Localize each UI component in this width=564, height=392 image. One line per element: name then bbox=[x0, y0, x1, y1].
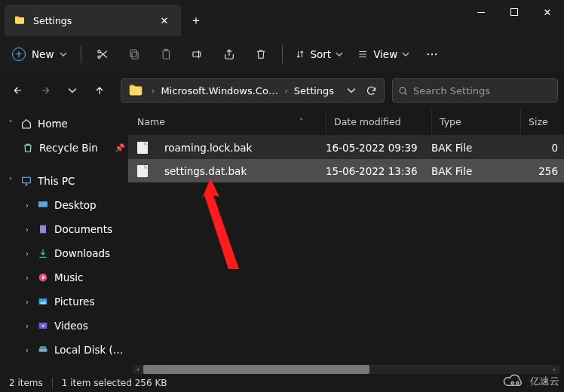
sidebar-item-label: Home bbox=[38, 118, 125, 130]
plus-icon: + bbox=[12, 47, 26, 61]
sidebar-item-pictures[interactable]: › Pictures bbox=[0, 289, 128, 314]
chevron-right-icon[interactable]: › bbox=[280, 86, 292, 96]
svg-rect-17 bbox=[39, 349, 48, 352]
sidebar-item-home[interactable]: ˅ Home bbox=[0, 112, 128, 136]
chevron-right-icon[interactable]: › bbox=[147, 86, 159, 96]
chevron-down-icon bbox=[402, 51, 409, 58]
column-header-size[interactable]: Size bbox=[520, 109, 558, 135]
chevron-right-icon: › bbox=[23, 322, 32, 330]
new-tab-button[interactable]: ＋ bbox=[181, 5, 211, 36]
column-header-type[interactable]: Type bbox=[431, 109, 520, 135]
refresh-button[interactable] bbox=[361, 78, 381, 103]
chevron-down-icon: ˅ bbox=[6, 177, 15, 185]
chevron-down-icon bbox=[347, 86, 356, 95]
chevron-right-icon: › bbox=[23, 225, 32, 234]
scroll-left-icon[interactable]: ‹ bbox=[133, 366, 143, 373]
tab-title: Settings bbox=[33, 15, 157, 26]
more-button[interactable] bbox=[417, 39, 447, 69]
search-input[interactable] bbox=[413, 85, 553, 96]
file-name: roaming.lock.bak bbox=[164, 142, 252, 154]
file-type: BAK File bbox=[431, 142, 472, 154]
refresh-icon bbox=[366, 85, 377, 96]
svg-rect-3 bbox=[130, 50, 136, 57]
sort-dropdown[interactable]: Sort bbox=[289, 48, 349, 60]
share-button[interactable] bbox=[214, 39, 244, 69]
paste-button[interactable] bbox=[151, 39, 181, 69]
status-selection: 1 item selected 256 KB bbox=[62, 378, 167, 388]
arrow-left-icon bbox=[12, 84, 24, 96]
chevron-down-icon: ˅ bbox=[6, 120, 15, 128]
column-label: Type bbox=[440, 116, 461, 127]
sidebar-item-label: Documents bbox=[54, 223, 125, 235]
share-icon bbox=[222, 47, 236, 61]
window-tab[interactable]: Settings ✕ bbox=[5, 5, 181, 36]
search-icon bbox=[397, 85, 409, 96]
cut-button[interactable] bbox=[87, 39, 118, 69]
column-label: Date modified bbox=[334, 116, 401, 127]
new-button-label: New bbox=[32, 48, 54, 60]
scroll-right-icon[interactable]: › bbox=[549, 366, 559, 373]
recent-dropdown[interactable] bbox=[60, 78, 84, 103]
sidebar-item-downloads[interactable]: › Downloads bbox=[0, 241, 128, 265]
chevron-down-icon bbox=[60, 51, 67, 58]
sidebar-item-label: This PC bbox=[38, 175, 125, 187]
svg-rect-12 bbox=[38, 201, 48, 207]
chevron-down-icon bbox=[68, 86, 77, 95]
file-icon bbox=[137, 142, 148, 154]
svg-rect-6 bbox=[193, 52, 201, 57]
sidebar-item-this-pc[interactable]: ˅ This PC bbox=[0, 169, 128, 193]
window-close-button[interactable]: ✕ bbox=[531, 0, 564, 24]
svg-rect-13 bbox=[40, 225, 46, 234]
address-dropdown[interactable] bbox=[342, 78, 361, 103]
up-button[interactable] bbox=[87, 78, 112, 103]
file-row[interactable]: settings.dat.bak 15-06-2022 13:36 BAK Fi… bbox=[128, 159, 564, 182]
address-bar[interactable]: › Microsoft.Windows.Cont… › Settings bbox=[121, 78, 385, 103]
column-header-date[interactable]: Date modified bbox=[326, 109, 431, 135]
videos-icon bbox=[36, 319, 50, 332]
chevron-right-icon: › bbox=[23, 201, 32, 210]
svg-point-9 bbox=[435, 54, 437, 55]
new-button[interactable]: + New bbox=[5, 44, 75, 65]
sidebar-item-recycle-bin[interactable]: Recycle Bin 📌 bbox=[0, 136, 128, 160]
copy-button[interactable] bbox=[119, 39, 149, 69]
breadcrumb-segment[interactable]: Microsoft.Windows.Cont… bbox=[159, 85, 280, 96]
sidebar-item-label: Recycle Bin bbox=[39, 142, 110, 154]
search-bar[interactable] bbox=[392, 78, 558, 103]
svg-point-0 bbox=[98, 51, 100, 53]
file-name: settings.dat.bak bbox=[164, 165, 247, 177]
recycle-bin-icon bbox=[21, 141, 35, 155]
rename-button[interactable] bbox=[182, 39, 213, 69]
column-header-row: Name ˄ Date modified Type Size bbox=[128, 109, 564, 136]
sidebar-item-documents[interactable]: › Documents bbox=[0, 217, 128, 241]
sort-indicator-icon: ˄ bbox=[299, 118, 303, 126]
sidebar-item-label: Pictures bbox=[54, 296, 125, 308]
sidebar-item-music[interactable]: › Music bbox=[0, 265, 128, 289]
downloads-icon bbox=[36, 247, 50, 260]
back-button[interactable] bbox=[6, 78, 30, 103]
file-row[interactable]: roaming.lock.bak 16-05-2022 09:39 BAK Fi… bbox=[128, 136, 564, 159]
sidebar-item-videos[interactable]: › Videos bbox=[0, 314, 128, 338]
sidebar-item-desktop[interactable]: › Desktop bbox=[0, 193, 128, 217]
file-type: BAK File bbox=[431, 165, 472, 177]
sidebar: ˅ Home Recycle Bin 📌 ˅ This PC › Desktop… bbox=[0, 109, 128, 374]
breadcrumb-segment[interactable]: Settings bbox=[293, 85, 336, 96]
tab-close-button[interactable]: ✕ bbox=[157, 15, 172, 26]
forward-button[interactable] bbox=[33, 78, 57, 103]
sidebar-item-local-disk[interactable]: › Local Disk (C:) bbox=[0, 338, 128, 362]
file-date: 15-06-2022 13:36 bbox=[326, 165, 418, 177]
column-label: Name bbox=[137, 116, 165, 127]
view-dropdown[interactable]: View bbox=[351, 48, 415, 60]
svg-point-1 bbox=[98, 56, 100, 58]
maximize-button[interactable] bbox=[498, 0, 531, 24]
chevron-right-icon: › bbox=[23, 346, 32, 354]
delete-button[interactable] bbox=[246, 39, 276, 69]
view-icon bbox=[357, 49, 369, 60]
horizontal-scrollbar[interactable]: ‹ › bbox=[133, 365, 559, 374]
status-item-count: 2 items bbox=[9, 378, 43, 388]
minimize-button[interactable] bbox=[464, 0, 498, 24]
svg-point-7 bbox=[428, 54, 429, 55]
column-header-name[interactable]: Name ˄ bbox=[137, 109, 326, 135]
scrollbar-thumb[interactable] bbox=[143, 365, 369, 374]
sidebar-item-label: Downloads bbox=[54, 247, 125, 259]
nav-row: › Microsoft.Windows.Cont… › Settings bbox=[0, 72, 564, 109]
